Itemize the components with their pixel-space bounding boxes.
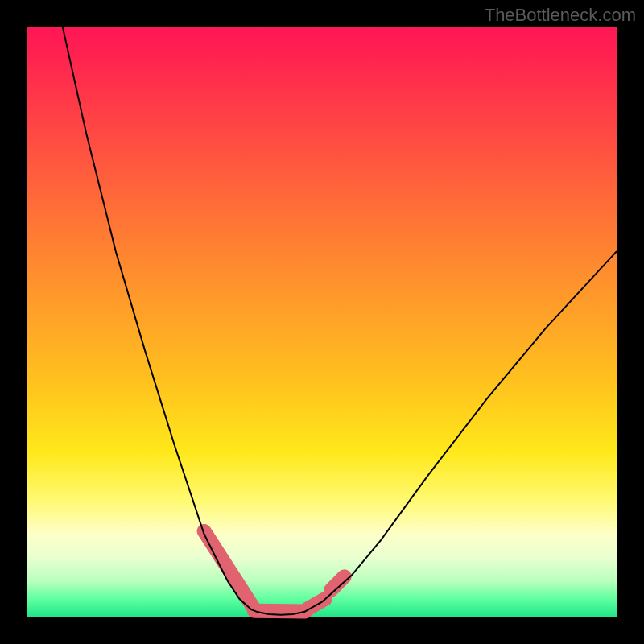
bottleneck-curve (63, 27, 617, 615)
chart-plot-area (27, 27, 617, 617)
highlight-segment (254, 611, 306, 612)
highlight-segment (204, 531, 254, 609)
chart-svg (27, 27, 617, 617)
watermark-text: TheBottleneck.com (485, 5, 636, 26)
valley-highlight-group (204, 531, 345, 612)
highlight-segment (308, 599, 325, 609)
